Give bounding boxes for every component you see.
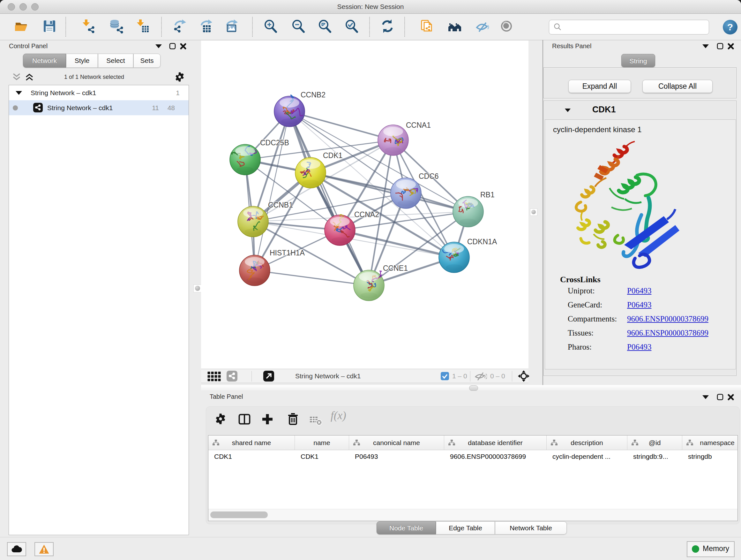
home-icon[interactable]: [448, 19, 462, 34]
scrollbar-thumb[interactable]: [210, 511, 268, 518]
function-builder-icon[interactable]: f(x): [331, 409, 346, 422]
search-input[interactable]: [549, 20, 709, 35]
crosslink-link[interactable]: P06493: [627, 343, 651, 352]
crosslink-link[interactable]: P06493: [627, 300, 651, 309]
delete-icon[interactable]: [287, 413, 299, 425]
network-node[interactable]: [274, 95, 305, 127]
network-column-icon: [631, 440, 638, 446]
hidden-eye-slash-icon[interactable]: [475, 372, 487, 381]
crosslink-link[interactable]: 9606.ENSP00000378699: [627, 328, 709, 337]
collapse-all-icon[interactable]: [11, 73, 22, 81]
zoom-in-icon[interactable]: [263, 19, 278, 34]
table-cell[interactable]: stringdb: [688, 450, 738, 463]
panel-float-icon[interactable]: [169, 43, 177, 51]
table-options-gear-icon[interactable]: [215, 413, 226, 425]
network-node[interactable]: [325, 214, 355, 246]
network-list: String Network – cdk1 1 String Network –…: [9, 85, 189, 535]
horizontal-splitter-handle[interactable]: [469, 385, 478, 391]
panel-float-icon[interactable]: [717, 43, 724, 51]
panel-menu-caret-icon[interactable]: [155, 44, 163, 52]
table-cell[interactable]: P06493: [355, 450, 444, 463]
birdseye-crosshair-icon[interactable]: [518, 370, 530, 382]
delete-table-icon[interactable]: [309, 415, 322, 426]
export-table-icon[interactable]: [199, 19, 214, 34]
network-node[interactable]: [230, 144, 260, 175]
floating-eye-icon[interactable]: [499, 19, 514, 34]
tab-network[interactable]: Network: [23, 54, 66, 68]
section-collapse-caret-icon[interactable]: [564, 108, 571, 112]
export-image-icon[interactable]: [225, 19, 239, 34]
panel-menu-caret-icon[interactable]: [702, 44, 710, 52]
panel-float-icon[interactable]: [717, 394, 724, 401]
network-node[interactable]: [239, 255, 270, 286]
warnings-button[interactable]: [35, 542, 54, 556]
column-header-database-identifier[interactable]: database identifier: [444, 435, 547, 450]
column-header-shared-name[interactable]: shared name: [208, 435, 295, 450]
open-in-new-icon[interactable]: [263, 371, 274, 381]
tab-string[interactable]: String: [621, 54, 655, 67]
network-row[interactable]: String Network – cdk1 11 48: [9, 100, 189, 115]
table-cell[interactable]: 9606.ENSP00000378699: [450, 450, 546, 463]
network-node[interactable]: [439, 242, 469, 273]
left-splitter-handle[interactable]: [193, 285, 202, 293]
memory-button[interactable]: Memory: [687, 541, 735, 557]
collapse-all-button[interactable]: Collapse All: [643, 80, 713, 93]
zoom-fit-icon[interactable]: [318, 19, 332, 34]
expand-all-icon[interactable]: [24, 73, 35, 81]
cloud-status-button[interactable]: [7, 542, 26, 556]
network-column-icon: [686, 440, 693, 446]
tab-edge-table[interactable]: Edge Table: [436, 521, 495, 535]
crosslink-link[interactable]: 9606.ENSP00000378699: [627, 314, 709, 323]
save-session-icon[interactable]: [42, 19, 57, 34]
column-header-description[interactable]: description: [547, 435, 627, 450]
right-splitter-handle[interactable]: [530, 208, 537, 216]
network-node[interactable]: [354, 270, 384, 301]
crosslink-link[interactable]: P06493: [627, 287, 651, 295]
table-cell[interactable]: CDK1: [300, 450, 348, 463]
open-session-icon[interactable]: [14, 19, 29, 34]
help-icon[interactable]: ?: [723, 20, 738, 35]
import-network-icon[interactable]: [81, 19, 96, 34]
clone-network-icon[interactable]: [419, 19, 434, 34]
network-options-gear-icon[interactable]: [175, 72, 185, 82]
column-header-canonical-name[interactable]: canonical name: [349, 435, 444, 450]
hide-panels-icon[interactable]: [475, 19, 490, 34]
split-panel-icon[interactable]: [238, 413, 251, 425]
table-cell[interactable]: CDK1: [214, 450, 294, 463]
grid-view-icon[interactable]: [207, 372, 221, 381]
tab-network-table[interactable]: Network Table: [495, 521, 567, 535]
column-header-name[interactable]: name: [295, 435, 349, 450]
panel-close-icon[interactable]: [180, 43, 187, 51]
tree-expand-caret-icon[interactable]: [15, 91, 22, 95]
network-node[interactable]: [391, 178, 421, 208]
zoom-selected-icon[interactable]: [344, 19, 359, 34]
table-cell[interactable]: stringdb:9...: [633, 450, 682, 463]
tab-style[interactable]: Style: [66, 54, 98, 68]
tab-select[interactable]: Select: [98, 54, 133, 68]
network-node[interactable]: [453, 196, 483, 227]
column-header-namespace[interactable]: namespace: [682, 435, 738, 450]
expand-all-button[interactable]: Expand All: [568, 80, 631, 93]
tab-node-table[interactable]: Node Table: [377, 521, 436, 535]
export-network-icon[interactable]: [173, 19, 188, 34]
refresh-icon[interactable]: [380, 19, 395, 34]
network-node[interactable]: [378, 125, 408, 155]
panel-close-icon[interactable]: [727, 43, 735, 51]
network-node[interactable]: [295, 158, 326, 188]
network-node[interactable]: [238, 206, 268, 237]
column-header-@id[interactable]: @id: [627, 435, 682, 450]
add-column-icon[interactable]: [261, 413, 273, 425]
import-database-icon[interactable]: [109, 19, 124, 34]
panel-menu-caret-icon[interactable]: [702, 395, 710, 402]
string-share-icon[interactable]: [226, 371, 238, 381]
zoom-out-icon[interactable]: [291, 19, 306, 34]
panel-close-icon[interactable]: [727, 394, 735, 401]
table-hscrollbar[interactable]: [208, 509, 738, 521]
table-cell[interactable]: cyclin-dependent ...: [552, 450, 627, 463]
network-canvas[interactable]: CCNB2CCNA1CDC25BCDK1CDC6RB1CCNB1CCNA2CDK…: [201, 41, 529, 369]
import-table-icon[interactable]: [135, 19, 150, 34]
network-collection-row[interactable]: String Network – cdk1 1: [9, 85, 189, 100]
selected-checkbox-icon[interactable]: [441, 372, 449, 380]
tab-sets[interactable]: Sets: [133, 54, 160, 68]
table-tabs: Node TableEdge TableNetwork Table: [377, 521, 567, 535]
